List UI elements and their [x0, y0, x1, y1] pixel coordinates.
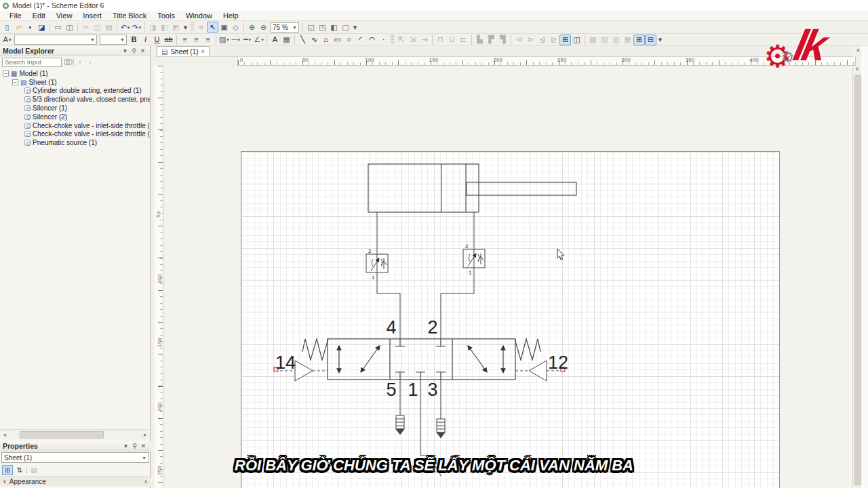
menu-insert[interactable]: Insert — [77, 12, 107, 20]
search-next-icon[interactable]: ↓ — [86, 59, 94, 66]
font-size-combo[interactable]: ▼ — [100, 35, 127, 45]
ungroup-button[interactable]: ▨ — [599, 35, 610, 45]
polyline-tool-button[interactable]: ∿ — [309, 35, 320, 45]
views-dropdown[interactable]: ▾ — [351, 22, 359, 33]
menu-help[interactable]: Help — [218, 12, 244, 20]
tree-item-component-2[interactable]: 5/3 directional valve, closed center, pn… — [0, 95, 150, 104]
zoom-window-button[interactable]: ▣ — [218, 22, 230, 33]
export-button[interactable]: ◨ — [147, 22, 159, 33]
break-button[interactable]: ⊏ — [458, 35, 469, 45]
align-left-button[interactable]: ≡ — [179, 35, 191, 45]
sheet-paper[interactable] — [241, 151, 780, 488]
properties-dropdown-icon[interactable]: ▾ — [121, 443, 130, 449]
vscroll-thumb[interactable] — [854, 75, 861, 485]
search-prev-icon[interactable]: ↑ — [76, 59, 84, 66]
tree-item-sheet[interactable]: −▤Sheet (1) — [0, 78, 150, 87]
show-frame-button[interactable]: ⊟ — [645, 35, 656, 45]
arc-tool-button[interactable]: ◜ — [355, 35, 366, 45]
vertical-scrollbar[interactable]: ∧ — [852, 66, 861, 488]
lock-button[interactable]: ▧ — [610, 35, 622, 45]
align-objects-right-button[interactable]: ▜ — [497, 35, 509, 45]
font-color-button[interactable]: A▾ — [1, 35, 13, 45]
redo-button[interactable]: ↷▾ — [131, 22, 142, 33]
pin-icon[interactable]: ⚲ — [130, 47, 138, 54]
tab-sheet-1[interactable]: ▤ Sheet (1) × — [157, 46, 210, 56]
polygon-tool-button[interactable]: ⌂ — [320, 35, 332, 45]
search-icon[interactable] — [64, 59, 71, 65]
tree-item-component-3[interactable]: Silencer (1) — [0, 104, 150, 113]
line-tool-button[interactable]: ╲ — [297, 35, 309, 45]
tab-close-icon[interactable]: × — [201, 48, 205, 55]
refresh-button[interactable]: ○ — [195, 22, 207, 33]
tree-item-component-7[interactable]: Pneumatic source (1) — [0, 138, 150, 147]
tree-item-component-6[interactable]: Check-choke valve - inlet-side throttle … — [0, 130, 150, 139]
image-tool-button[interactable]: ▦ — [281, 35, 292, 45]
italic-button[interactable]: I — [140, 35, 151, 45]
rectangle-tool-button[interactable]: ▭ — [332, 35, 343, 45]
strikethrough-button[interactable]: ab — [163, 35, 174, 45]
zoom-in-button[interactable]: ⊕ — [246, 22, 258, 33]
copy-button[interactable]: ◫ — [92, 22, 103, 33]
group-button[interactable]: ▩ — [587, 35, 599, 45]
zoom-selection-button[interactable]: ◧ — [328, 22, 340, 33]
text-tool-button[interactable]: A — [269, 35, 281, 45]
menu-view[interactable]: View — [51, 12, 78, 20]
rotate-left-button[interactable]: ⊴ — [536, 35, 548, 45]
explorer-close-icon[interactable]: ✕ — [138, 47, 147, 54]
flip-vertical-button[interactable]: ⊳ — [525, 35, 536, 45]
appearance-section-header[interactable]: ∨ Appearance ∧ — [0, 476, 151, 486]
flip-horizontal-button[interactable]: ⊲ — [513, 35, 525, 45]
undo-button[interactable]: ↶▾ — [119, 22, 131, 33]
properties-close-icon[interactable]: ✕ — [139, 443, 148, 449]
properties-pin-icon[interactable]: ⚲ — [130, 443, 139, 449]
more-dropdown[interactable]: ▾ — [182, 22, 189, 33]
snap-grid-button[interactable]: ⊞ — [559, 35, 571, 45]
curve-tool-button[interactable]: ◠ — [366, 35, 378, 45]
tree-item-component-4[interactable]: Silencer (2) — [0, 113, 150, 121]
align-right-button[interactable]: ≡ — [202, 35, 214, 45]
open-button[interactable]: ▱ — [13, 22, 24, 33]
tree-expand-icon[interactable]: − — [12, 79, 18, 85]
save-all-button[interactable]: ◪ — [36, 22, 47, 33]
send-back-button[interactable]: ⇲ — [407, 35, 418, 45]
paste-button[interactable]: ▤ — [103, 22, 115, 33]
zoom-fit-button[interactable]: ◱ — [305, 22, 317, 33]
share-button[interactable]: ◩ — [170, 22, 182, 33]
menu-title-block[interactable]: Title Block — [107, 12, 152, 20]
line-style-button[interactable]: ─▾ — [230, 35, 241, 45]
menu-window[interactable]: Window — [180, 12, 218, 20]
print-button[interactable]: ▭ — [52, 22, 64, 33]
order-button[interactable]: ⇥ — [418, 35, 430, 45]
tree-horizontal-scrollbar[interactable]: ◂ ▸ — [0, 429, 150, 439]
print-preview-button[interactable]: ◫ — [64, 22, 75, 33]
scroll-up-icon[interactable]: ∧ — [853, 66, 861, 75]
menu-file[interactable]: File — [4, 12, 27, 20]
bring-front-button[interactable]: ⇱ — [395, 35, 407, 45]
tree-expand-icon[interactable]: − — [3, 70, 9, 77]
point-tool-button[interactable]: · — [378, 35, 389, 45]
cut-button[interactable]: ✂ — [80, 22, 92, 33]
snap-object-button[interactable]: ◫ — [571, 35, 583, 45]
tree-item-model[interactable]: −▦Model (1) — [0, 69, 150, 78]
zoom-out-button[interactable]: ⊖ — [258, 22, 269, 33]
zoom-sheet-button[interactable]: ◳ — [317, 22, 328, 33]
rotate-right-button[interactable]: ⊵ — [548, 35, 559, 45]
scroll-left-icon[interactable]: ◂ — [0, 432, 9, 438]
drawing-canvas[interactable] — [163, 66, 852, 488]
bold-button[interactable]: B — [128, 35, 140, 45]
unlock-button[interactable]: ▦ — [622, 35, 633, 45]
menu-tools[interactable]: Tools — [152, 12, 180, 20]
search-input[interactable] — [2, 58, 62, 67]
hatch-style-button[interactable]: ▨▾ — [218, 35, 230, 45]
trim-button[interactable]: ⊓ — [435, 35, 446, 45]
zoom-level-combo[interactable]: 75 %▼ — [271, 22, 299, 33]
tree-item-component-5[interactable]: Check-choke valve - inlet-side throttle … — [0, 121, 150, 130]
show-grid-button[interactable]: ⊞ — [633, 35, 645, 45]
scroll-right-icon[interactable]: ▸ — [140, 432, 150, 438]
ellipse-tool-button[interactable]: ○ — [343, 35, 355, 45]
line-width-button[interactable]: ━▾ — [241, 35, 253, 45]
new-button[interactable]: ▯ — [1, 22, 13, 33]
line-color-button[interactable]: ∠▾ — [253, 35, 264, 45]
select-tool-button[interactable]: ↖ — [207, 22, 218, 33]
page-setup-button[interactable]: ▢ — [340, 22, 351, 33]
